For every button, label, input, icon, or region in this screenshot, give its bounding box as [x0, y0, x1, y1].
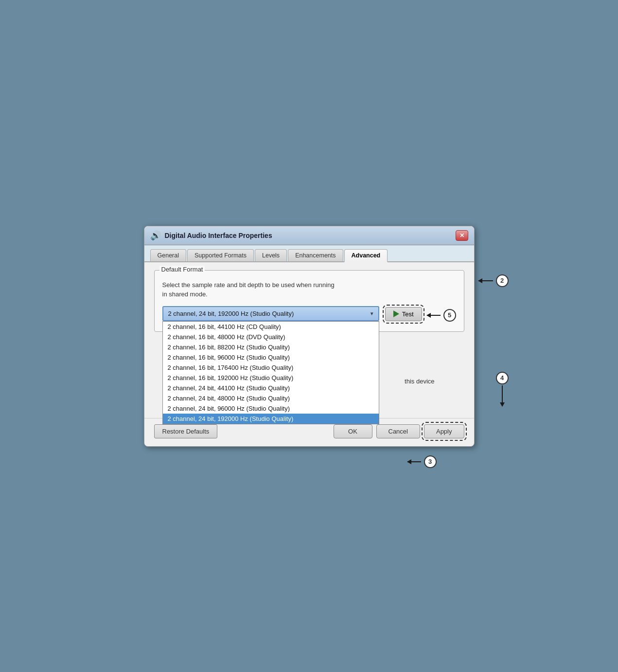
dropdown-option-0[interactable]: 2 channel, 16 bit, 44100 Hz (CD Quality) — [163, 322, 379, 332]
format-dropdown-list: 2 channel, 16 bit, 44100 Hz (CD Quality)… — [162, 321, 379, 424]
close-button[interactable]: ✕ — [456, 230, 468, 241]
ok-button[interactable]: OK — [334, 424, 372, 438]
annotation-3-arrow — [407, 461, 421, 462]
annotation-4-arrow — [502, 385, 503, 403]
dropdown-option-1[interactable]: 2 channel, 16 bit, 48000 Hz (DVD Quality… — [163, 332, 379, 342]
annotation-2-arrow — [478, 280, 493, 281]
tab-enhancements[interactable]: Enhancements — [288, 249, 343, 261]
dropdown-option-7[interactable]: 2 channel, 24 bit, 48000 Hz (Studio Qual… — [163, 393, 379, 403]
annotation-5-circle: 5 — [443, 309, 456, 322]
dialog-window: 🔊 Digital Audio Interface Properties ✕ G… — [144, 226, 475, 447]
annotation-3-circle: 3 — [424, 455, 437, 468]
format-dropdown-container: 2 channel, 24 bit, 192000 Hz (Studio Qua… — [162, 306, 379, 321]
dropdown-option-9[interactable]: 2 channel, 24 bit, 192000 Hz (Studio Qua… — [163, 414, 379, 424]
dropdown-option-8[interactable]: 2 channel, 24 bit, 96000 Hz (Studio Qual… — [163, 403, 379, 414]
group-box-label: Default Format — [159, 266, 205, 273]
tab-bar: General Supported Formats Levels Enhance… — [144, 245, 474, 262]
tab-advanced[interactable]: Advanced — [344, 249, 388, 262]
format-description: Select the sample rate and bit depth to … — [162, 280, 456, 299]
dropdown-option-5[interactable]: 2 channel, 16 bit, 192000 Hz (Studio Qua… — [163, 373, 379, 383]
dialog-buttons: OK Cancel Apply — [334, 424, 464, 438]
annotation-2-container: 2 — [478, 274, 509, 287]
annotation-2-circle: 2 — [496, 274, 509, 287]
apply-button[interactable]: Apply — [424, 424, 464, 438]
dropdown-option-4[interactable]: 2 channel, 16 bit, 176400 Hz (Studio Qua… — [163, 363, 379, 373]
cancel-button[interactable]: Cancel — [376, 424, 420, 438]
format-dropdown[interactable]: 2 channel, 24 bit, 192000 Hz (Studio Qua… — [162, 306, 379, 321]
this-device-text: this device — [405, 378, 434, 385]
audio-icon: 🔊 — [150, 230, 161, 241]
dropdown-option-6[interactable]: 2 channel, 24 bit, 44100 Hz (Studio Qual… — [163, 383, 379, 393]
title-bar: 🔊 Digital Audio Interface Properties ✕ — [144, 226, 474, 245]
test-button-label: Test — [402, 310, 414, 318]
dropdown-option-3[interactable]: 2 channel, 16 bit, 96000 Hz (Studio Qual… — [163, 352, 379, 363]
annotation-5-arrow — [427, 315, 441, 316]
annotation-3-container: 3 — [407, 455, 437, 468]
tab-content: Default Format Select the sample rate an… — [144, 262, 474, 418]
play-icon — [393, 310, 399, 317]
dropdown-option-2[interactable]: 2 channel, 16 bit, 88200 Hz (Studio Qual… — [163, 342, 379, 352]
test-button[interactable]: Test — [385, 307, 422, 321]
format-selection-row: 2 channel, 24 bit, 192000 Hz (Studio Qua… — [162, 306, 456, 322]
annotation-4-container: 4 — [496, 372, 509, 403]
apply-container: Apply — [424, 424, 464, 438]
annotation-4-circle: 4 — [496, 372, 509, 384]
tab-supported-formats[interactable]: Supported Formats — [187, 249, 254, 261]
restore-defaults-button[interactable]: Restore Defaults — [154, 424, 218, 438]
tab-levels[interactable]: Levels — [255, 249, 287, 261]
default-format-group: Default Format Select the sample rate an… — [154, 270, 464, 332]
dialog-title: Digital Audio Interface Properties — [165, 232, 272, 239]
tab-general[interactable]: General — [150, 249, 186, 261]
